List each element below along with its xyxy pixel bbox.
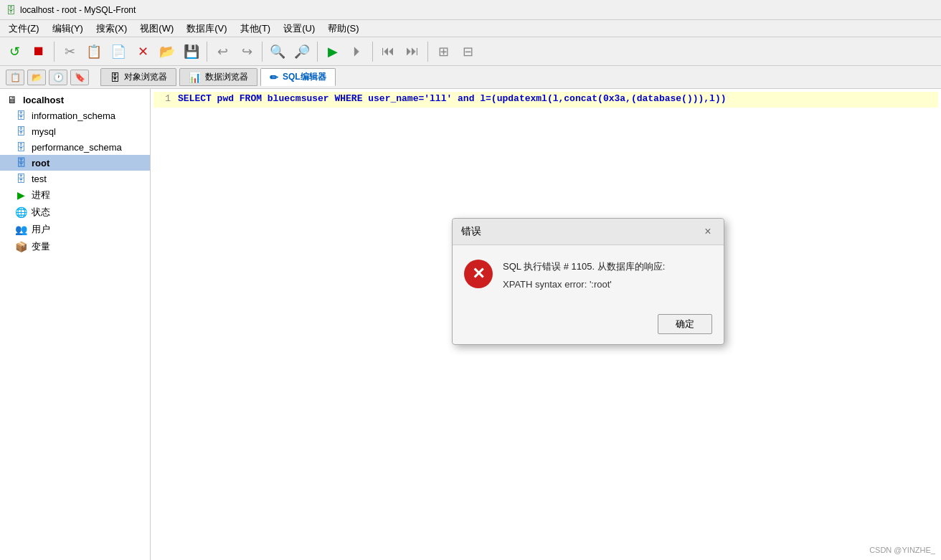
sidebar-item-label-用户: 用户 <box>32 223 50 236</box>
sidebar-item-mysql[interactable]: 🗄mysql <box>0 123 150 139</box>
tab-SQL编辑器[interactable]: ✏SQL编辑器 <box>260 68 336 86</box>
toolbar-btn-16[interactable]: ⊞ <box>432 40 455 63</box>
dialog-title-text: 错误 <box>461 225 481 238</box>
tab-icon-1: 📊 <box>189 72 201 83</box>
error-dialog: 错误 × ✕ SQL 执行错误 # 1105. 从数据库的响应: XPATH s… <box>452 218 724 345</box>
sidebar-item-root[interactable]: 🗄root <box>0 155 150 171</box>
sidebar: 🖥localhost🗄information_schema🗄mysql🗄perf… <box>0 89 151 560</box>
main-area: 🖥localhost🗄information_schema🗄mysql🗄perf… <box>0 89 941 560</box>
toolbar: ↺⏹✂📋📄✕📂💾↩↪🔍🔎▶⏵⏮⏭⊞⊟ <box>0 37 941 66</box>
menu-item-设置(U)[interactable]: 设置(U) <box>278 21 321 37</box>
toolbar-btn-0[interactable]: ↺ <box>3 40 26 63</box>
menu-item-编辑(Y)[interactable]: 编辑(Y) <box>47 21 89 37</box>
toolbar-separator-8 <box>207 42 207 62</box>
dialog-message-line1: SQL 执行错误 # 1105. 从数据库的响应: <box>503 260 665 275</box>
sidebar-item-icon-mysql: 🗄 <box>14 125 27 137</box>
sidebar-item-状态[interactable]: 🌐状态 <box>0 204 150 221</box>
sidebar-item-test[interactable]: 🗄test <box>0 171 150 186</box>
tab-label-1: 数据浏览器 <box>205 71 248 83</box>
sidebar-item-icon-root: 🗄 <box>14 157 27 169</box>
toolbar-btn-8[interactable]: ↩ <box>211 40 234 63</box>
sidebar-item-label-mysql: mysql <box>32 126 56 137</box>
sidebar-item-label-进程: 进程 <box>32 189 50 201</box>
toolbar-separator-12 <box>317 42 318 62</box>
sidebar-item-label-状态: 状态 <box>32 206 50 219</box>
menu-item-搜索(X)[interactable]: 搜索(X) <box>90 21 133 37</box>
sidebar-item-用户[interactable]: 👥用户 <box>0 221 150 238</box>
toolbar-btn-17[interactable]: ⊟ <box>456 40 479 63</box>
toolbar-btn-6[interactable]: 📂 <box>156 40 179 63</box>
tab-icon-2: ✏ <box>270 72 278 83</box>
toolbar-separator-10 <box>262 42 263 62</box>
toolbar-btn-1[interactable]: ⏹ <box>27 40 50 63</box>
menu-item-帮助(S)[interactable]: 帮助(S) <box>322 21 364 37</box>
menubar: 文件(Z)编辑(Y)搜索(X)视图(W)数据库(V)其他(T)设置(U)帮助(S… <box>0 20 941 37</box>
title-text: localhost - root - MySQL-Front <box>20 5 136 15</box>
toolbar-btn-10[interactable]: 🔍 <box>266 40 289 63</box>
sidebar-item-label-变量: 变量 <box>32 240 50 253</box>
toolbar-btn-4[interactable]: 📄 <box>107 40 130 63</box>
tab-small-4[interactable]: 🔖 <box>70 70 89 85</box>
editor-area[interactable]: 1SELECT pwd FROM bluecmsuser WHERE user_… <box>151 89 941 560</box>
app-icon: 🗄 <box>6 4 16 16</box>
sidebar-item-icon-performance_schema: 🗄 <box>14 141 27 153</box>
toolbar-separator-16 <box>427 42 428 62</box>
watermark: CSDN @YINZHE_ <box>869 546 935 554</box>
tab-icon-0: 🗄 <box>110 72 120 83</box>
dialog-body: ✕ SQL 执行错误 # 1105. 从数据库的响应: XPATH syntax… <box>453 245 724 307</box>
toolbar-btn-13[interactable]: ⏵ <box>346 40 369 63</box>
tabbar: 📋📂🕐🔖🗄对象浏览器📊数据浏览器✏SQL编辑器 <box>0 66 941 89</box>
sidebar-item-icon-information_schema: 🗄 <box>14 110 27 121</box>
toolbar-btn-9[interactable]: ↪ <box>235 40 258 63</box>
menu-item-数据库(V)[interactable]: 数据库(V) <box>181 21 232 37</box>
toolbar-btn-15[interactable]: ⏭ <box>401 40 424 63</box>
server-icon: 🖥 <box>6 94 19 105</box>
dialog-title-bar: 错误 × <box>453 219 724 245</box>
error-icon: ✕ <box>464 260 493 288</box>
tab-对象浏览器[interactable]: 🗄对象浏览器 <box>100 68 176 86</box>
tab-数据浏览器[interactable]: 📊数据浏览器 <box>179 68 257 86</box>
sidebar-root[interactable]: 🖥localhost <box>0 92 150 108</box>
toolbar-btn-12[interactable]: ▶ <box>321 40 344 63</box>
tab-small-2[interactable]: 📂 <box>27 70 46 85</box>
error-x-icon: ✕ <box>472 265 485 283</box>
ok-button[interactable]: 确定 <box>658 314 712 334</box>
sidebar-root-label: localhost <box>23 95 64 105</box>
toolbar-btn-14[interactable]: ⏮ <box>377 40 399 63</box>
dialog-overlay: 错误 × ✕ SQL 执行错误 # 1105. 从数据库的响应: XPATH s… <box>151 89 941 560</box>
dialog-close-button[interactable]: × <box>701 224 715 239</box>
sidebar-item-icon-进程: ▶ <box>14 189 27 201</box>
toolbar-btn-2[interactable]: ✂ <box>58 40 81 63</box>
sidebar-item-label-root: root <box>32 158 49 169</box>
toolbar-btn-3[interactable]: 📋 <box>82 40 105 63</box>
menu-item-文件(Z)[interactable]: 文件(Z) <box>3 21 45 37</box>
sidebar-item-label-information_schema: information_schema <box>32 110 115 121</box>
sidebar-item-变量[interactable]: 📦变量 <box>0 238 150 255</box>
sidebar-item-label-test: test <box>32 174 47 184</box>
sidebar-item-icon-状态: 🌐 <box>14 207 27 218</box>
sidebar-item-icon-用户: 👥 <box>14 224 27 235</box>
toolbar-btn-11[interactable]: 🔎 <box>290 40 313 63</box>
toolbar-separator-14 <box>372 42 373 62</box>
tab-small-3[interactable]: 🕐 <box>49 70 67 85</box>
dialog-footer: 确定 <box>453 307 724 344</box>
titlebar: 🗄 localhost - root - MySQL-Front <box>0 0 941 20</box>
dialog-message: SQL 执行错误 # 1105. 从数据库的响应: XPATH syntax e… <box>503 260 665 293</box>
tab-small-1[interactable]: 📋 <box>6 70 24 85</box>
toolbar-btn-7[interactable]: 💾 <box>180 40 203 63</box>
dialog-message-line2: XPATH syntax error: ':root' <box>503 277 665 293</box>
tab-label-0: 对象浏览器 <box>124 71 167 83</box>
sidebar-item-进程[interactable]: ▶进程 <box>0 186 150 204</box>
sidebar-item-label-performance_schema: performance_schema <box>32 142 122 153</box>
menu-item-视图(W)[interactable]: 视图(W) <box>134 21 179 37</box>
sidebar-item-information_schema[interactable]: 🗄information_schema <box>0 108 150 123</box>
sidebar-item-performance_schema[interactable]: 🗄performance_schema <box>0 139 150 155</box>
sidebar-item-icon-test: 🗄 <box>14 173 27 184</box>
menu-item-其他(T)[interactable]: 其他(T) <box>235 21 277 37</box>
sidebar-item-icon-变量: 📦 <box>14 241 27 252</box>
tab-label-2: SQL编辑器 <box>283 71 326 83</box>
toolbar-btn-5[interactable]: ✕ <box>131 40 154 63</box>
toolbar-separator-2 <box>54 42 55 62</box>
